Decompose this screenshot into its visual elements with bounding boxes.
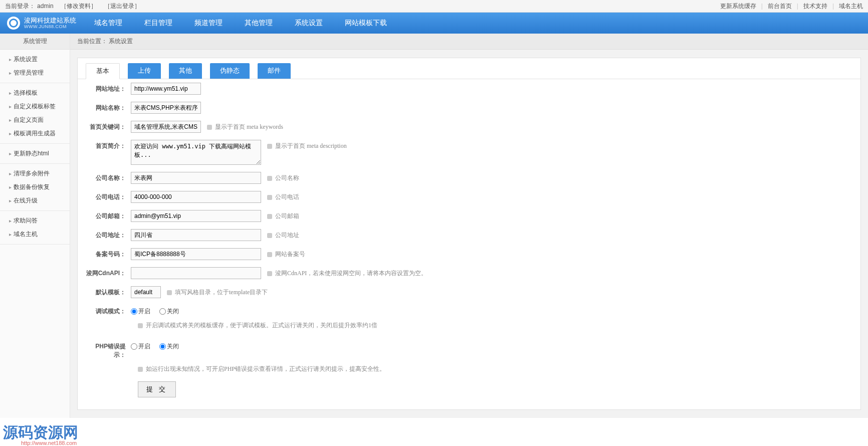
hint-icon — [267, 252, 272, 257]
php-off-radio[interactable]: 关闭 — [159, 342, 179, 351]
debug-off-radio[interactable]: 关闭 — [159, 307, 179, 316]
breadcrumb: 当前位置： 系统设置 — [70, 34, 868, 50]
debug-on-radio[interactable]: 开启 — [131, 307, 150, 316]
sidebar-item-1-2[interactable]: ▸自定义页面 — [0, 113, 70, 127]
breadcrumb-current: 系统设置 — [109, 38, 133, 45]
debug-desc: 开启调试模式将关闭模板缓存，便于调试模板。正式运行请关闭，关闭后提升效率约1倍 — [78, 319, 860, 332]
tab-0[interactable]: 基本 — [86, 63, 120, 79]
sidebar-item-4-0[interactable]: ▸求助问答 — [0, 214, 70, 228]
topbar-right: 更新系统缓存 | 前台首页 | 技术支持 | 域名主机 — [720, 2, 863, 11]
arrow-icon: ▸ — [9, 104, 12, 109]
company-mail-label: 公司邮箱： — [86, 210, 131, 220]
logout-link[interactable]: ［退出登录］ — [104, 2, 140, 11]
arrow-icon: ▸ — [9, 218, 12, 224]
login-label: 当前登录： — [5, 2, 35, 11]
desc-label: 首页简介： — [86, 140, 131, 150]
nav-item-0[interactable]: 域名管理 — [83, 13, 133, 34]
hint-icon — [267, 271, 272, 276]
php-on-radio[interactable]: 开启 — [131, 342, 150, 351]
domain-host-link[interactable]: 域名主机 — [839, 2, 863, 11]
sidebar-item-label: 更新静态html — [14, 149, 49, 158]
hint-icon — [267, 144, 272, 149]
desc-textarea[interactable] — [131, 140, 261, 165]
arrow-icon: ▸ — [9, 198, 12, 203]
sidebar-item-0-1[interactable]: ▸管理员管理 — [0, 66, 70, 80]
nav-item-4[interactable]: 系统设置 — [284, 13, 334, 34]
php-err-label: PHP错误提示： — [86, 340, 131, 359]
icp-hint: 网站备案号 — [267, 248, 305, 259]
company-mail-input[interactable] — [131, 210, 261, 222]
company-mail-hint: 公司邮箱 — [267, 210, 299, 220]
hint-icon — [138, 367, 143, 372]
sidebar-item-3-1[interactable]: ▸数据备份恢复 — [0, 180, 70, 194]
hint-icon — [267, 195, 272, 200]
sidebar-item-0-0[interactable]: ▸系统设置 — [0, 53, 70, 66]
logo[interactable]: 浚网科技建站系统 WWW.JUN88.COM — [0, 17, 83, 30]
sidebar-item-label: 数据备份恢复 — [14, 183, 50, 191]
nav-item-1[interactable]: 栏目管理 — [133, 13, 183, 34]
tech-support-link[interactable]: 技术支持 — [803, 2, 827, 11]
arrow-icon: ▸ — [9, 57, 12, 62]
icp-label: 备案号码： — [86, 248, 131, 259]
hint-icon — [138, 323, 143, 328]
nav-item-5[interactable]: 网站模板下载 — [334, 13, 398, 34]
sidebar-item-3-0[interactable]: ▸清理多余附件 — [0, 167, 70, 180]
desc-hint: 显示于首页 meta description — [267, 140, 347, 150]
company-tel-hint: 公司电话 — [267, 191, 299, 201]
sidebar-item-1-1[interactable]: ▸自定义模板标签 — [0, 100, 70, 113]
company-addr-input[interactable] — [131, 229, 261, 241]
tpl-label: 默认模板： — [86, 286, 131, 297]
sidebar-item-1-0[interactable]: ▸选择模板 — [0, 86, 70, 100]
breadcrumb-prefix: 当前位置： — [77, 38, 107, 45]
site-name-label: 网站名称： — [86, 102, 131, 112]
arrow-icon: ▸ — [9, 90, 12, 96]
sidebar-item-1-3[interactable]: ▸模板调用生成器 — [0, 127, 70, 140]
sidebar-item-label: 清理多余附件 — [14, 169, 50, 178]
keywords-input[interactable] — [131, 121, 201, 133]
logo-subtitle: WWW.JUN88.COM — [24, 24, 76, 29]
cdn-input[interactable] — [131, 267, 261, 279]
sidebar: 系统管理 ▸系统设置▸管理员管理▸选择模板▸自定义模板标签▸自定义页面▸模板调用… — [0, 34, 70, 418]
hint-icon — [207, 125, 212, 130]
sidebar-item-label: 自定义模板标签 — [14, 102, 56, 111]
submit-button[interactable]: 提 交 — [138, 381, 176, 397]
company-tel-input[interactable] — [131, 191, 261, 203]
arrow-icon: ▸ — [9, 117, 12, 123]
tab-4[interactable]: 邮件 — [258, 63, 291, 79]
icp-input[interactable] — [131, 248, 261, 260]
separator: | — [761, 3, 763, 10]
sidebar-item-label: 系统设置 — [14, 55, 38, 64]
navbar: 浚网科技建站系统 WWW.JUN88.COM 域名管理栏目管理频道管理其他管理系… — [0, 13, 868, 34]
tab-3[interactable]: 伪静态 — [210, 63, 250, 79]
separator: | — [832, 3, 834, 10]
sidebar-item-4-1[interactable]: ▸域名主机 — [0, 228, 70, 241]
site-name-input[interactable] — [131, 102, 201, 114]
company-name-input[interactable] — [131, 172, 261, 184]
arrow-icon: ▸ — [9, 131, 12, 136]
tpl-input[interactable] — [131, 286, 161, 298]
keywords-hint: 显示于首页 meta keywords — [207, 121, 283, 131]
sidebar-item-label: 自定义页面 — [14, 116, 44, 124]
sidebar-title: 系统管理 — [0, 34, 70, 50]
tab-2[interactable]: 其他 — [169, 63, 202, 79]
content-area: 当前位置： 系统设置 基本上传其他伪静态邮件 网站地址： 网站名称： 首页关键词… — [70, 34, 868, 418]
site-url-label: 网站地址： — [86, 83, 131, 93]
front-home-link[interactable]: 前台首页 — [768, 2, 792, 11]
tab-1[interactable]: 上传 — [128, 63, 161, 79]
sidebar-item-label: 在线升级 — [14, 196, 38, 205]
edit-profile-link[interactable]: ［修改资料］ — [61, 2, 97, 11]
company-name-label: 公司名称： — [86, 172, 131, 182]
sidebar-item-label: 选择模板 — [14, 89, 38, 97]
separator: | — [797, 3, 798, 10]
nav-item-3[interactable]: 其他管理 — [234, 13, 284, 34]
arrow-icon: ▸ — [9, 70, 12, 76]
cdn-label: 浚网CdnAPI： — [86, 267, 131, 278]
sidebar-item-2-0[interactable]: ▸更新静态html — [0, 147, 70, 160]
site-url-input[interactable] — [131, 83, 201, 95]
hint-icon — [267, 233, 272, 238]
nav-item-2[interactable]: 频道管理 — [183, 13, 234, 34]
nav-items: 域名管理栏目管理频道管理其他管理系统设置网站模板下载 — [83, 13, 398, 34]
refresh-cache-link[interactable]: 更新系统缓存 — [720, 2, 756, 11]
sidebar-item-3-2[interactable]: ▸在线升级 — [0, 194, 70, 207]
cdn-hint: 浚网CdnAPI，若未使用浚网空间，请将本内容设置为空。 — [267, 267, 427, 278]
